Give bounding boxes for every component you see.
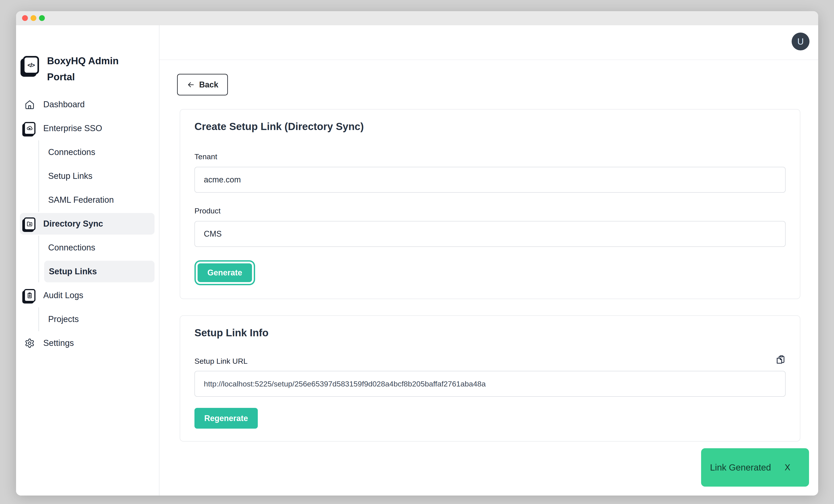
arrow-left-icon [186,81,195,89]
app-title: BoxyHQ Admin Portal [47,53,130,85]
sidebar-item-dsync-setup-links[interactable]: Setup Links [44,261,155,282]
audit-logs-subnav: Projects [38,307,159,331]
info-card-title: Setup Link Info [194,327,786,339]
sidebar-item-dashboard[interactable]: Dashboard [16,92,159,116]
url-label-row: Setup Link URL [194,355,786,366]
generate-button[interactable]: Generate [198,263,252,282]
tenant-label: Tenant [194,152,786,161]
app-body: </> BoxyHQ Admin Portal Dashboard [16,25,818,496]
sidebar-item-enterprise-sso[interactable]: Enterprise SSO [16,116,159,140]
copy-icon [775,355,786,365]
sidebar-item-settings[interactable]: Settings [16,331,159,355]
logo-glyph: </> [27,62,35,69]
sidebar-item-saml-federation[interactable]: SAML Federation [39,188,159,212]
gear-icon [23,338,36,348]
boxyhq-logo-icon: </> [23,56,39,74]
sidebar-item-label: Connections [48,147,95,157]
home-icon [23,100,36,110]
sidebar-item-sso-connections[interactable]: Connections [39,140,159,164]
top-header: U [159,25,818,60]
sidebar-item-label: Dashboard [43,100,85,109]
directory-sync-subnav: Connections Setup Links [38,236,159,282]
sidebar-item-label: Projects [48,314,79,324]
clipboard-tile-icon [23,289,36,302]
user-avatar[interactable]: U [792,32,810,50]
generate-button-label: Generate [207,268,242,278]
desktop-background: </> BoxyHQ Admin Portal Dashboard [0,0,834,504]
close-icon: X [785,463,790,472]
brand: </> BoxyHQ Admin Portal [16,25,159,85]
product-input[interactable] [194,221,786,247]
sidebar-item-directory-sync[interactable]: Directory Sync [20,213,155,235]
sidebar-item-label: Setup Links [48,171,92,181]
setup-link-url-input[interactable] [194,371,786,397]
sidebar-item-projects[interactable]: Projects [39,307,159,331]
regenerate-button-label: Regenerate [204,414,248,423]
setup-link-url-label: Setup Link URL [194,357,247,366]
minimize-window-icon[interactable] [30,15,36,21]
sidebar-nav: Dashboard Enterpri [16,92,159,355]
window-titlebar [16,11,818,25]
product-label: Product [194,206,786,215]
avatar-initial: U [797,37,804,47]
sidebar-item-label: Settings [43,338,74,348]
close-window-icon[interactable] [22,15,28,21]
toast-close-button[interactable]: X [785,463,790,472]
folder-sync-tile-icon [23,217,36,231]
toast-link-generated: Link Generated X [701,448,809,487]
toast-message: Link Generated [710,462,771,473]
app-window: </> BoxyHQ Admin Portal Dashboard [16,11,818,496]
sidebar-item-label: Enterprise SSO [43,124,102,133]
zoom-window-icon[interactable] [39,15,45,21]
sidebar-item-audit-logs[interactable]: Audit Logs [16,283,159,307]
sidebar: </> BoxyHQ Admin Portal Dashboard [16,25,159,496]
tenant-input[interactable] [194,167,786,193]
main-area: U Back Create Setup Link (Directory Sync… [159,25,818,496]
setup-link-info-card: Setup Link Info Setup Link URL [180,315,800,442]
sidebar-item-label: SAML Federation [48,195,114,205]
page-content: Back Create Setup Link (Directory Sync) … [159,60,818,442]
copy-button[interactable] [775,355,786,366]
sidebar-item-label: Setup Links [49,267,97,276]
regenerate-button[interactable]: Regenerate [194,408,258,429]
sidebar-item-dsync-connections[interactable]: Connections [39,236,159,260]
sidebar-item-label: Connections [48,243,95,253]
create-setup-link-card: Create Setup Link (Directory Sync) Tenan… [180,109,800,299]
sidebar-item-sso-setup-links[interactable]: Setup Links [39,164,159,188]
sidebar-item-label: Audit Logs [43,290,83,300]
sso-cloud-tile-icon [23,122,36,135]
create-card-title: Create Setup Link (Directory Sync) [194,120,786,133]
enterprise-sso-subnav: Connections Setup Links SAML Federation [38,140,159,212]
back-button[interactable]: Back [177,74,228,95]
back-button-label: Back [199,80,218,89]
sidebar-item-label: Directory Sync [43,219,103,228]
